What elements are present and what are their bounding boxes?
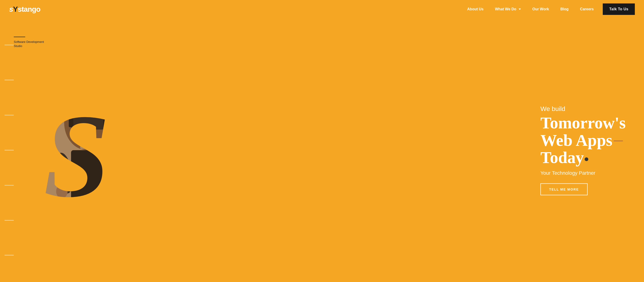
s-shape-svg: S S bbox=[41, 86, 138, 214]
chevron-down-icon bbox=[519, 8, 521, 10]
headline-line2: Web Apps bbox=[540, 131, 612, 149]
logo-rest: stango bbox=[18, 5, 40, 13]
left-label: Software DevelopmentStudio bbox=[14, 37, 44, 48]
nav-our-work[interactable]: Our Work bbox=[528, 5, 554, 14]
side-line-4 bbox=[4, 150, 14, 150]
side-line-3 bbox=[4, 115, 14, 115]
side-line-7 bbox=[4, 255, 14, 256]
left-label-text: Software DevelopmentStudio bbox=[14, 40, 44, 48]
svg-point-10 bbox=[110, 184, 120, 197]
navbar: sYstango About Us What We Do Our Work Bl… bbox=[0, 0, 644, 18]
tagline-text: Your Technology Partner bbox=[540, 170, 626, 176]
main-headline: Tomorrow's Web Apps Today bbox=[540, 114, 626, 166]
tell-me-more-button[interactable]: TELL ME MORE bbox=[540, 183, 588, 195]
headline-line1: Tomorrow's bbox=[540, 114, 626, 132]
side-line-5 bbox=[4, 185, 14, 186]
side-lines bbox=[4, 18, 14, 282]
logo-s: s bbox=[9, 5, 13, 13]
dash-accent bbox=[614, 140, 623, 142]
svg-rect-12 bbox=[41, 86, 138, 214]
talk-to-us-button[interactable]: Talk To Us bbox=[603, 4, 635, 15]
we-build-text: We build bbox=[540, 105, 626, 112]
logo[interactable]: sYstango bbox=[9, 5, 40, 14]
nav-links: About Us What We Do Our Work Blog Career… bbox=[463, 4, 635, 15]
hero-text: We build Tomorrow's Web Apps Today Your … bbox=[540, 105, 626, 195]
nav-what-we-do[interactable]: What We Do bbox=[490, 5, 526, 14]
nav-blog[interactable]: Blog bbox=[556, 5, 573, 14]
nav-about-us[interactable]: About Us bbox=[463, 5, 488, 14]
headline-line3: Today bbox=[540, 148, 584, 167]
logo-text: sYstango bbox=[9, 5, 40, 14]
nav-careers[interactable]: Careers bbox=[576, 5, 598, 14]
s-visual: S S bbox=[41, 86, 138, 214]
nav-what-we-do-label: What We Do bbox=[495, 7, 516, 11]
dot-accent bbox=[585, 157, 588, 161]
hero-section: Software DevelopmentStudio S S bbox=[0, 18, 644, 282]
left-label-line bbox=[14, 37, 25, 37]
logo-y: Y bbox=[13, 5, 18, 13]
side-line-2 bbox=[4, 80, 14, 80]
side-line-1 bbox=[4, 45, 14, 45]
side-line-6 bbox=[4, 220, 14, 220]
